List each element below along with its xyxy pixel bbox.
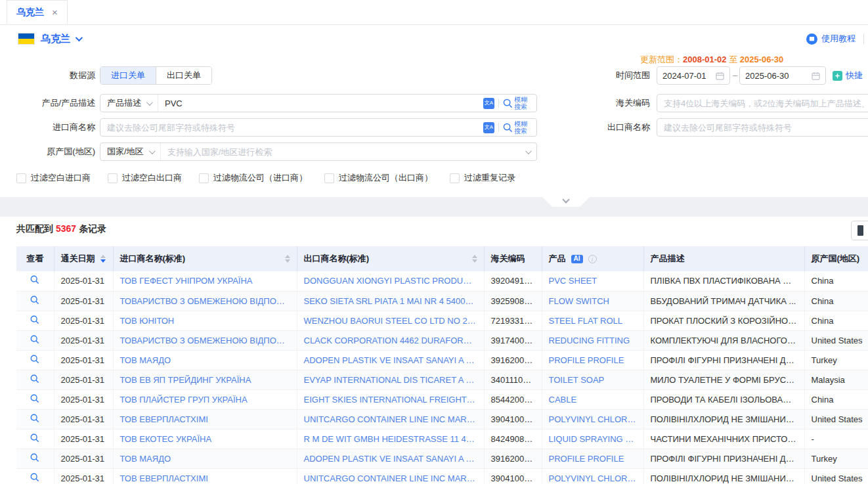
cell-hs-code: 7219331000 [484, 311, 542, 330]
product-search-input[interactable] [158, 99, 483, 108]
importer-input[interactable] [100, 123, 483, 133]
view-record-button[interactable] [16, 311, 54, 330]
cell-product-link[interactable]: REDUCING FITTING [542, 330, 643, 350]
cell-hs-code: 3904100000 [484, 409, 542, 429]
fuzzy-search-button[interactable]: 模糊搜索 [503, 120, 531, 135]
country-title[interactable]: 乌克兰 [41, 33, 70, 45]
view-record-button[interactable] [16, 330, 54, 350]
col-description: 产品描述 [643, 246, 804, 271]
filter-checkbox[interactable]: 过滤空白进口商 [16, 172, 91, 184]
view-record-button[interactable] [16, 409, 54, 429]
match-count: 5367 [56, 223, 76, 234]
segment-export[interactable]: 出口关单 [156, 67, 211, 84]
cell-exporter-link[interactable]: EVYAP INTERNATIONAL DIS TICARET A S IS..… [297, 370, 484, 389]
close-icon[interactable]: × [52, 7, 58, 17]
chevron-down-icon[interactable] [76, 34, 83, 41]
cell-exporter-link[interactable]: R M DE WIT GMBH HEIDESTRASSE 11 4254... [297, 429, 484, 449]
col-importer[interactable]: 进口商名称(标准) [113, 246, 297, 271]
view-record-button[interactable] [16, 271, 54, 291]
origin-label: 原产国(地区) [0, 143, 95, 161]
cell-exporter-link[interactable]: SEKO SIETA SRL PIATA 1 MAI NR 4 5400141 … [297, 291, 484, 311]
tab-ukraine[interactable]: 乌克兰 × [7, 0, 68, 24]
cell-product-link[interactable]: CABLE [542, 389, 643, 409]
cell-product-link[interactable]: POLYVINYL CHLORIDE [542, 409, 643, 429]
cell-importer-link[interactable]: ТОВ ЕВЕРПЛАСТХІМІ [113, 409, 297, 429]
cell-product-link[interactable]: POLYVINYL CHLORIDE [542, 468, 643, 484]
cell-product-link[interactable]: TOILET SOAP [542, 370, 643, 389]
translate-icon[interactable]: 文A [483, 122, 494, 133]
cell-importer-link[interactable]: ТОВ ЕВЕРПЛАСТХІМІ [113, 468, 297, 484]
cell-importer-link[interactable]: ТОВ МАЯДО [113, 449, 297, 468]
cell-importer-link[interactable]: ТОВАРИСТВО З ОБМЕЖЕНОЮ ВІДПОВІД... [113, 291, 297, 311]
cell-product-link[interactable]: STEEL FLAT ROLL [542, 311, 643, 330]
cell-exporter-link[interactable]: ADOPEN PLASTIK VE INSAAT SANAYI A S O... [297, 449, 484, 468]
checkbox-label: 过滤物流公司（进口商） [213, 172, 307, 184]
cell-product-link[interactable]: PROFILE PROFILE [542, 449, 643, 468]
cell-exporter-link[interactable]: UNITCARGO CONTAINER LINE INC MARUB... [297, 409, 484, 429]
filter-checkbox[interactable]: 过滤物流公司（出口商） [324, 172, 433, 184]
view-record-button[interactable] [16, 429, 54, 449]
cell-importer-link[interactable]: ТОВ ЮНІТОН [113, 311, 297, 330]
checkbox-icon[interactable] [16, 173, 26, 183]
origin-type-select[interactable]: 国家/地区 [100, 143, 161, 160]
checkbox-label: 过滤空白出口商 [122, 172, 182, 184]
cell-exporter-link[interactable]: CLACK CORPORATION 4462 DURAFORM L... [297, 330, 484, 350]
origin-input[interactable] [161, 147, 525, 157]
cell-importer-link[interactable]: ТОВАРИСТВО З ОБМЕЖЕНОЮ ВІДПОВІД... [113, 330, 297, 350]
checkbox-icon[interactable] [324, 173, 334, 183]
date-from-input[interactable]: 2024-07-01 [657, 66, 730, 85]
cell-exporter-link[interactable]: EIGHT SKIES INTERNATIONAL FREIGHT FOR... [297, 389, 484, 409]
fuzzy-search-button[interactable]: 模糊搜索 [503, 96, 531, 110]
table-row: 2025-01-31 ТОВ МАЯДО ADOPEN PLASTIK VE I… [16, 449, 868, 468]
segment-import[interactable]: 进口关单 [100, 67, 156, 84]
date-to-input[interactable]: 2025-06-30 [739, 66, 826, 85]
view-record-button[interactable] [16, 449, 54, 468]
sort-icon[interactable] [285, 255, 290, 263]
cell-product-link[interactable]: LIQUID SPRAYING ME... [542, 429, 643, 449]
table-settings-button[interactable] [851, 221, 868, 240]
view-record-button[interactable] [16, 468, 54, 484]
cell-hs-code: 3401110000 [484, 370, 542, 389]
time-range-label: 时间范围 [565, 66, 650, 85]
exporter-input[interactable] [657, 123, 868, 133]
tutorial-button[interactable]: 使用教程 [806, 33, 856, 45]
cell-date: 2025-01-31 [54, 271, 113, 291]
quick-select-button[interactable]: 快捷 [833, 66, 863, 85]
cell-exporter-link[interactable]: UNITCARGO CONTAINER LINE INC MARUB... [297, 468, 484, 484]
view-record-button[interactable] [16, 291, 54, 311]
checkbox-icon[interactable] [450, 173, 460, 183]
cell-origin: United States [804, 468, 868, 484]
cell-importer-link[interactable]: ТОВ ГЕФЕСТ УНІПРОМ УКРАЇНА [113, 271, 297, 291]
col-exporter[interactable]: 出口商名称(标准) [297, 246, 484, 271]
cell-exporter-link[interactable]: WENZHOU BAORUI STEEL CO LTD NO 2792... [297, 311, 484, 330]
cell-importer-link[interactable]: ТОВ ЕКОТЕС УКРАЇНА [113, 429, 297, 449]
cell-importer-link[interactable]: ТОВ ПЛАЙСТЕР ГРУП УКРАЇНА [113, 389, 297, 409]
cell-product-link[interactable]: FLOW SWITCH [542, 291, 643, 311]
filter-checkbox[interactable]: 过滤物流公司（进口商） [199, 172, 307, 184]
translate-icon[interactable]: 文A [483, 98, 494, 109]
filter-checkbox[interactable]: 过滤重复记录 [450, 172, 515, 184]
product-type-select[interactable]: 产品描述 [100, 95, 158, 112]
checkbox-icon[interactable] [199, 173, 209, 183]
sort-icon[interactable] [472, 255, 477, 263]
checkbox-label: 过滤空白进口商 [31, 172, 91, 184]
exporter-control [657, 118, 868, 137]
view-record-button[interactable] [16, 350, 54, 370]
cell-importer-link[interactable]: ТОВ ЕВ ЯП ТРЕЙДИНГ УКРАЇНА [113, 370, 297, 389]
cell-product-link[interactable]: PVC SHEET [542, 271, 643, 291]
hs-code-input[interactable] [657, 99, 868, 108]
cell-exporter-link[interactable]: ADOPEN PLASTIK VE INSAAT SANAYI A S O... [297, 350, 484, 370]
filter-checkbox[interactable]: 过滤空白出口商 [108, 172, 182, 184]
checkbox-icon[interactable] [108, 173, 118, 183]
view-record-button[interactable] [16, 389, 54, 409]
search-icon [503, 123, 513, 133]
cell-exporter-link[interactable]: DONGGUAN XIONGYI PLASTIC PRODUCTS ... [297, 271, 484, 291]
chevron-down-icon[interactable] [525, 148, 532, 154]
info-icon[interactable]: i [588, 255, 597, 263]
cell-importer-link[interactable]: ТОВ МАЯДО [113, 350, 297, 370]
chevron-down-icon [562, 196, 569, 203]
cell-product-link[interactable]: PROFILE PROFILE [542, 350, 643, 370]
col-date[interactable]: 通关日期 [54, 246, 113, 271]
view-record-button[interactable] [16, 370, 54, 389]
sort-icon[interactable] [100, 255, 106, 263]
